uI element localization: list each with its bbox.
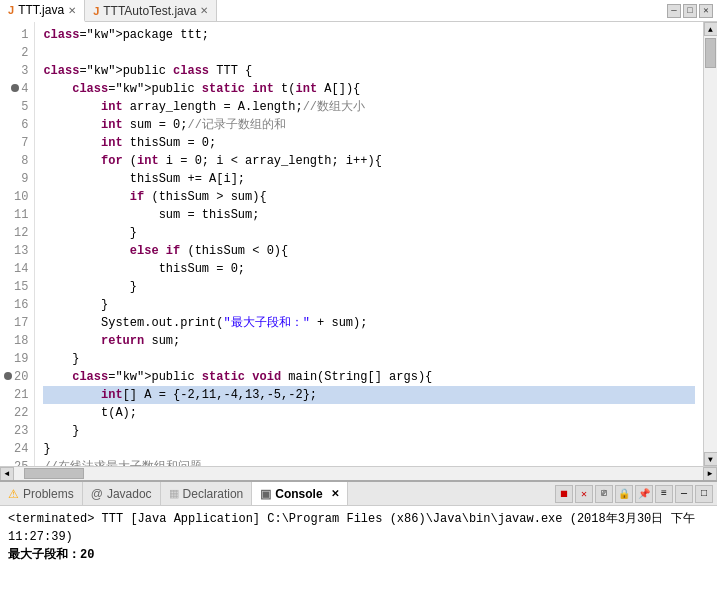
line-number-15: 15 xyxy=(4,278,28,296)
horizontal-scrollbar[interactable]: ◄ ► xyxy=(0,466,717,480)
console-minimize-button[interactable]: — xyxy=(675,485,693,503)
console-status-text: <terminated> TTT [Java Application] C:\P… xyxy=(8,512,695,544)
tab-ttt-label: TTT.java xyxy=(18,3,64,17)
tab-ttt-java[interactable]: J TTT.java ✕ xyxy=(0,0,85,22)
line-number-7: 7 xyxy=(4,134,28,152)
code-line-19: } xyxy=(43,350,695,368)
line-number-16: 16 xyxy=(4,296,28,314)
code-line-25: //在线法求最大子数组和问题 xyxy=(43,458,695,466)
title-bar: J TTT.java ✕ J TTTAutoTest.java ✕ — □ ✕ xyxy=(0,0,717,22)
code-line-9: thisSum += A[i]; xyxy=(43,170,695,188)
line-number-9: 9 xyxy=(4,170,28,188)
code-line-15: } xyxy=(43,278,695,296)
line-number-21: 21 xyxy=(4,386,28,404)
vertical-scrollbar[interactable]: ▲ ▼ xyxy=(703,22,717,466)
tab-tttautotest-close[interactable]: ✕ xyxy=(200,5,208,16)
code-line-23: } xyxy=(43,422,695,440)
code-line-21: int[] A = {-2,11,-4,13,-5,-2}; xyxy=(43,386,695,404)
console-output: <terminated> TTT [Java Application] C:\P… xyxy=(0,506,717,592)
close-button[interactable]: ✕ xyxy=(699,4,713,18)
code-line-22: t(A); xyxy=(43,404,695,422)
scroll-thumb[interactable] xyxy=(705,38,716,68)
declaration-label: Declaration xyxy=(183,487,244,501)
line-number-6: 6 xyxy=(4,116,28,134)
code-line-11: sum = thisSum; xyxy=(43,206,695,224)
line-numbers: 1234567891011121314151617181920212223242… xyxy=(0,22,35,466)
line-number-14: 14 xyxy=(4,260,28,278)
scroll-track[interactable] xyxy=(704,36,717,452)
code-line-4: class="kw">public static int t(int A[]){ xyxy=(43,80,695,98)
minimize-button[interactable]: — xyxy=(667,4,681,18)
problems-icon: ⚠ xyxy=(8,487,19,501)
tab-java-icon: J xyxy=(8,4,14,16)
line-number-18: 18 xyxy=(4,332,28,350)
code-line-1: class="kw">package ttt; xyxy=(43,26,695,44)
code-line-6: int sum = 0;//记录子数组的和 xyxy=(43,116,695,134)
bottom-tab-declaration[interactable]: ▦ Declaration xyxy=(161,482,253,505)
code-line-18: return sum; xyxy=(43,332,695,350)
console-terminate-button[interactable]: ✕ xyxy=(575,485,593,503)
bottom-tab-problems[interactable]: ⚠ Problems xyxy=(0,482,83,505)
line-number-22: 22 xyxy=(4,404,28,422)
problems-label: Problems xyxy=(23,487,74,501)
code-line-16: } xyxy=(43,296,695,314)
console-tab-close[interactable]: ✕ xyxy=(331,488,339,499)
line-number-3: 3 xyxy=(4,62,28,80)
line-number-4: 4 xyxy=(4,80,28,98)
tab-java-icon2: J xyxy=(93,5,99,17)
h-scroll-thumb[interactable] xyxy=(24,468,84,479)
line-number-8: 8 xyxy=(4,152,28,170)
code-line-12: } xyxy=(43,224,695,242)
maximize-button[interactable]: □ xyxy=(683,4,697,18)
line-number-19: 19 xyxy=(4,350,28,368)
h-scroll-track[interactable] xyxy=(14,467,703,480)
bottom-tab-console[interactable]: ▣ Console ✕ xyxy=(252,482,347,505)
line-number-20: 20 xyxy=(4,368,28,386)
code-line-14: thisSum = 0; xyxy=(43,260,695,278)
console-label: Console xyxy=(275,487,322,501)
bottom-tab-javadoc[interactable]: @ Javadoc xyxy=(83,482,161,505)
code-line-13: else if (thisSum < 0){ xyxy=(43,242,695,260)
tab-tttautotest-java[interactable]: J TTTAutoTest.java ✕ xyxy=(85,0,217,21)
console-maximize-button[interactable]: □ xyxy=(695,485,713,503)
line-number-23: 23 xyxy=(4,422,28,440)
declaration-icon: ▦ xyxy=(169,487,179,500)
console-menu-button[interactable]: ≡ xyxy=(655,485,673,503)
code-line-20: class="kw">public static void main(Strin… xyxy=(43,368,695,386)
tab-ttt-close[interactable]: ✕ xyxy=(68,5,76,16)
code-content[interactable]: class="kw">package ttt; class="kw">publi… xyxy=(35,22,703,466)
line-number-13: 13 xyxy=(4,242,28,260)
code-line-8: for (int i = 0; i < array_length; i++){ xyxy=(43,152,695,170)
scroll-left-arrow[interactable]: ◄ xyxy=(0,467,14,481)
tab-tttautotest-label: TTTAutoTest.java xyxy=(103,4,196,18)
line-number-17: 17 xyxy=(4,314,28,332)
code-line-24: } xyxy=(43,440,695,458)
line-number-12: 12 xyxy=(4,224,28,242)
console-clear-button[interactable]: ⎚ xyxy=(595,485,613,503)
line-number-1: 1 xyxy=(4,26,28,44)
console-output-text: 最大子段和：20 xyxy=(8,548,94,562)
scroll-right-arrow[interactable]: ► xyxy=(703,467,717,481)
line-number-24: 24 xyxy=(4,440,28,458)
scroll-down-arrow[interactable]: ▼ xyxy=(704,452,718,466)
code-line-17: System.out.print("最大子段和：" + sum); xyxy=(43,314,695,332)
code-editor: 1234567891011121314151617181920212223242… xyxy=(0,22,717,466)
console-icon: ▣ xyxy=(260,487,271,501)
code-line-7: int thisSum = 0; xyxy=(43,134,695,152)
code-line-2 xyxy=(43,44,695,62)
line-number-11: 11 xyxy=(4,206,28,224)
window-controls: — □ ✕ xyxy=(667,0,717,21)
console-pin-button[interactable]: 📌 xyxy=(635,485,653,503)
line-number-10: 10 xyxy=(4,188,28,206)
scroll-up-arrow[interactable]: ▲ xyxy=(704,22,718,36)
code-line-3: class="kw">public class TTT { xyxy=(43,62,695,80)
code-line-10: if (thisSum > sum){ xyxy=(43,188,695,206)
line-number-5: 5 xyxy=(4,98,28,116)
javadoc-icon: @ xyxy=(91,487,103,501)
console-scroll-lock-button[interactable]: 🔒 xyxy=(615,485,633,503)
console-result-line: 最大子段和：20 xyxy=(8,546,709,564)
console-stop-button[interactable]: ⏹ xyxy=(555,485,573,503)
console-status-line: <terminated> TTT [Java Application] C:\P… xyxy=(8,510,709,546)
bottom-panel: ⚠ Problems @ Javadoc ▦ Declaration ▣ Con… xyxy=(0,480,717,592)
javadoc-label: Javadoc xyxy=(107,487,152,501)
